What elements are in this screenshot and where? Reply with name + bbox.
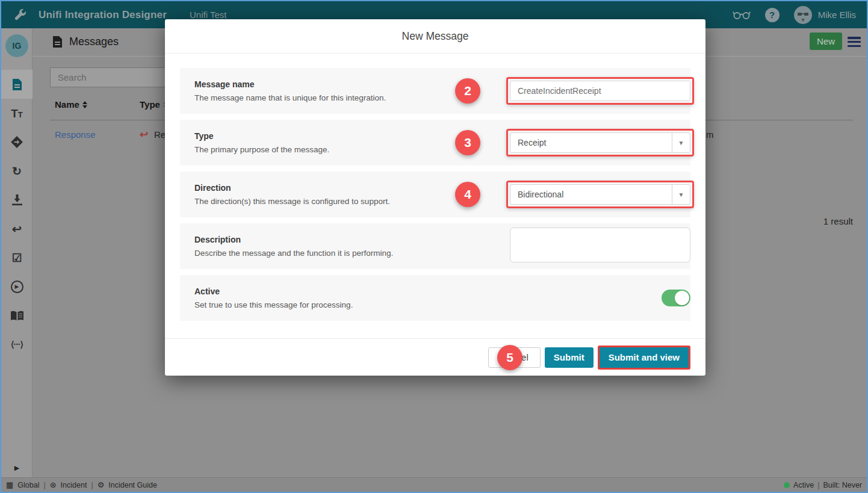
modal-footer: 5 Cancel Submit Submit and view [165, 338, 705, 376]
wrench-icon [13, 8, 26, 22]
messages-icon [53, 36, 62, 48]
direction-description: The direction(s) this message is configu… [194, 197, 477, 206]
submit-button[interactable]: Submit [545, 347, 594, 368]
reply-arrow-icon: ↩ [12, 223, 22, 235]
response-type-icon: ↩ [140, 128, 148, 141]
highlight-box: Bidirectional ▼ [506, 181, 694, 208]
column-header-name[interactable]: Name [55, 99, 87, 110]
integration-avatar[interactable]: IG [5, 34, 28, 57]
type-description: The primary purpose of the message. [194, 145, 477, 154]
description-description: Describe the message and the function it… [194, 249, 477, 258]
help-icon[interactable]: ? [765, 8, 780, 22]
sidebar-item-history[interactable]: ↻ [1, 157, 33, 185]
message-link[interactable]: Response [55, 129, 96, 140]
active-toggle[interactable] [662, 290, 690, 306]
field-row-direction: Direction The direction(s) this message … [180, 172, 690, 217]
play-circle-icon: ▶ [11, 281, 23, 293]
document-icon [13, 79, 22, 90]
description-textarea[interactable] [510, 228, 690, 262]
description-control [510, 228, 690, 265]
results-count: 1 result [823, 216, 853, 226]
incident-icon: ⊛ [50, 480, 57, 489]
step-annotation-4: 4 [455, 182, 480, 207]
type-select[interactable]: Receipt ▼ [510, 132, 690, 153]
left-nav-sidebar: IG TT ↻ ↩ ☑ ▶ ⟨···⟩ ▶ [1, 28, 33, 477]
page-title-label: Messages [69, 36, 119, 48]
sidebar-item-triggers[interactable] [1, 128, 33, 157]
separator: | [43, 481, 45, 489]
message-name-label: Message name [194, 79, 477, 89]
toggle-knob [675, 291, 689, 305]
highlight-box [506, 77, 694, 105]
history-icon: ↻ [12, 166, 22, 177]
dropdown-arrow-icon[interactable]: ▼ [672, 133, 690, 152]
highlight-box: Submit and view [598, 346, 690, 370]
separator: | [817, 481, 819, 489]
active-status-label: Active [793, 481, 814, 489]
new-message-modal: New Message Message name The message nam… [165, 19, 705, 376]
submit-and-view-button[interactable]: Submit and view [600, 347, 689, 368]
integration-name[interactable]: Unifi Test [190, 10, 226, 20]
step-annotation-2: 2 [455, 78, 480, 104]
modal-title: New Message [165, 19, 705, 54]
code-brackets-icon: ⟨···⟩ [11, 340, 23, 349]
integration-label[interactable]: Incident Guide [108, 481, 157, 489]
app-label[interactable]: Incident [61, 481, 87, 489]
status-bar: ▦ Global | ⊛ Incident | ⚙ Incident Guide… [1, 477, 867, 492]
active-status-dot [784, 482, 790, 488]
book-icon [11, 311, 23, 321]
sidebar-item-fields[interactable]: TT [1, 99, 33, 128]
sidebar-item-documentation[interactable] [1, 301, 33, 330]
message-name-input[interactable] [510, 81, 690, 101]
direction-label: Direction [194, 183, 477, 193]
type-label: Type [194, 131, 477, 141]
message-name-description: The message name that is unique for this… [194, 93, 477, 102]
sort-icon [82, 101, 87, 108]
step-annotation-3: 3 [455, 130, 480, 155]
new-message-button[interactable]: New [810, 33, 842, 50]
highlight-box: Receipt ▼ [506, 129, 694, 157]
menu-icon[interactable] [848, 37, 861, 47]
download-icon [12, 194, 22, 206]
search-box [50, 67, 179, 87]
sidebar-item-responses[interactable]: ↩ [1, 214, 33, 243]
type-select-value: Receipt [510, 133, 672, 152]
grid-icon: ▦ [6, 480, 13, 489]
sidebar-item-messages[interactable] [1, 70, 33, 99]
column-header-type[interactable]: Type [140, 99, 168, 110]
sidebar-item-download[interactable] [1, 185, 33, 214]
text-fields-icon: TT [11, 108, 23, 119]
clipboard-check-icon: ☑ [11, 252, 22, 264]
sidebar-expand-button[interactable]: ▶ [1, 460, 33, 475]
active-description: Set true to use this message for process… [194, 300, 477, 309]
sidebar-item-scripts[interactable]: ⟨···⟩ [1, 330, 33, 359]
separator: | [91, 481, 93, 489]
field-row-active: Active Set true to use this message for … [180, 275, 690, 321]
search-input[interactable] [51, 68, 178, 87]
field-row-description: Description Describe the message and the… [180, 223, 690, 269]
step-annotation-5: 5 [497, 345, 522, 370]
field-row-type: Type The primary purpose of the message.… [180, 120, 690, 166]
gear-icon: ⚙ [98, 480, 105, 489]
row-clipped-text: m [706, 129, 714, 140]
scope-label[interactable]: Global [17, 481, 39, 489]
user-avatar[interactable] [794, 6, 812, 24]
direction-select[interactable]: Bidirectional ▼ [510, 184, 690, 205]
sidebar-item-tasks[interactable]: ☑ [1, 243, 33, 272]
field-row-message-name: Message name The message name that is un… [180, 68, 690, 114]
send-diamond-icon [10, 135, 23, 149]
direction-select-value: Bidirectional [510, 185, 672, 204]
active-control [662, 290, 690, 306]
dropdown-arrow-icon[interactable]: ▼ [672, 185, 690, 204]
description-label: Description [194, 235, 477, 244]
page-title: Messages [53, 36, 119, 48]
preview-glasses-icon[interactable] [733, 10, 751, 20]
built-status-label: Built: Never [823, 481, 862, 489]
active-label: Active [194, 287, 477, 296]
app-title: Unifi Integration Designer [39, 9, 167, 21]
table-header-row: Name Type [55, 99, 87, 110]
user-name[interactable]: Mike Ellis [818, 10, 856, 20]
sidebar-item-run[interactable]: ▶ [1, 272, 33, 301]
